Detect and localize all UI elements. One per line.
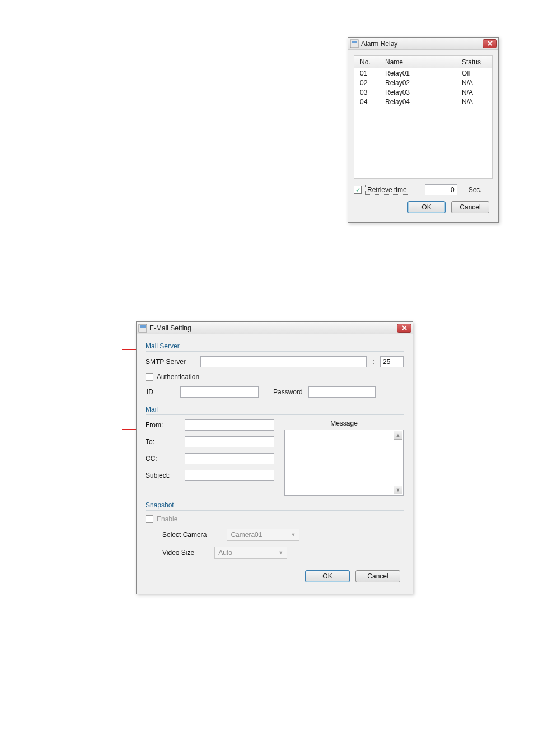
to-input[interactable]: [185, 436, 274, 447]
svg-rect-1: [352, 41, 357, 43]
authentication-checkbox[interactable]: [146, 373, 153, 381]
col-status[interactable]: Status: [460, 58, 492, 66]
subject-label: Subject:: [146, 472, 185, 479]
video-size-label: Video Size: [162, 549, 194, 557]
email-setting-dialog: E-Mail Setting Mail Server SMTP Server :…: [136, 321, 413, 594]
cancel-button[interactable]: Cancel: [451, 201, 489, 213]
id-input[interactable]: [180, 386, 259, 398]
chevron-down-icon: ▼: [278, 550, 283, 556]
port-colon: :: [369, 358, 378, 366]
table-row[interactable]: 04 Relay04 N/A: [354, 97, 492, 106]
close-icon[interactable]: [483, 39, 497, 48]
col-name[interactable]: Name: [385, 58, 460, 66]
relay-table[interactable]: No. Name Status 01 Relay01 Off 02 Relay0…: [354, 55, 493, 179]
snapshot-group-label: Snapshot: [146, 501, 404, 509]
message-label: Message: [284, 419, 404, 427]
select-camera-label: Select Camera: [162, 531, 207, 539]
password-label: Password: [273, 388, 303, 396]
scroll-down-icon[interactable]: ▼: [394, 486, 402, 494]
cancel-button[interactable]: Cancel: [355, 570, 400, 582]
authentication-label: Authentication: [157, 373, 199, 381]
svg-rect-3: [140, 325, 146, 328]
cc-input[interactable]: [185, 453, 274, 464]
titlebar[interactable]: E-Mail Setting: [137, 322, 413, 334]
table-row[interactable]: 02 Relay02 N/A: [354, 78, 492, 87]
ok-button[interactable]: OK: [407, 201, 446, 213]
app-icon: [138, 324, 147, 333]
col-no[interactable]: No.: [354, 58, 385, 66]
smtp-port-input[interactable]: 25: [380, 356, 404, 367]
mail-group-label: Mail: [146, 405, 404, 413]
password-input[interactable]: [308, 386, 376, 398]
from-input[interactable]: [185, 419, 274, 431]
snapshot-enable-label: Enable: [157, 515, 177, 523]
id-label: ID: [147, 388, 180, 396]
chevron-down-icon: ▼: [291, 532, 296, 538]
alarm-relay-title: Alarm Relay: [361, 40, 483, 48]
retrieve-time-unit: Sec.: [469, 186, 482, 194]
mail-server-group-label: Mail Server: [146, 342, 404, 350]
smtp-server-input[interactable]: [200, 356, 367, 367]
to-label: To:: [146, 438, 185, 446]
retrieve-time-input[interactable]: 0: [425, 184, 457, 195]
from-label: From:: [146, 421, 185, 429]
snapshot-enable-checkbox[interactable]: [146, 515, 153, 523]
cc-label: CC:: [146, 455, 185, 463]
video-size-combo[interactable]: Auto ▼: [214, 547, 287, 559]
smtp-server-label: SMTP Server: [146, 358, 200, 366]
alarm-relay-dialog: Alarm Relay No. Name Status 01 Relay01 O…: [348, 37, 499, 223]
select-camera-combo[interactable]: Camera01 ▼: [227, 529, 299, 541]
ok-button[interactable]: OK: [305, 570, 350, 582]
scroll-up-icon[interactable]: ▲: [394, 431, 402, 440]
subject-input[interactable]: [185, 470, 274, 481]
email-title: E-Mail Setting: [149, 324, 397, 332]
close-icon[interactable]: [397, 324, 411, 333]
message-textarea[interactable]: ▲ ▼: [284, 430, 404, 496]
titlebar[interactable]: Alarm Relay: [348, 38, 498, 50]
table-row[interactable]: 01 Relay01 Off: [354, 68, 492, 78]
app-icon: [350, 39, 359, 48]
table-row[interactable]: 03 Relay03 N/A: [354, 87, 492, 97]
retrieve-time-label: Retrieve time: [365, 185, 409, 195]
retrieve-time-checkbox[interactable]: [354, 186, 362, 194]
